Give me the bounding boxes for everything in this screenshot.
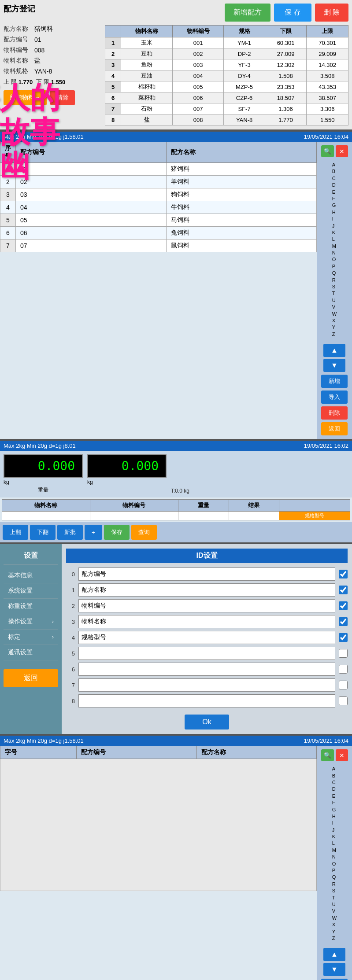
alpha-item-w[interactable]: W [332, 915, 337, 921]
return-button[interactable]: 返回 [321, 422, 348, 435]
alpha-item-e[interactable]: E [332, 189, 337, 195]
settings-weight[interactable]: 称重设置 [4, 599, 58, 614]
alpha-item-m[interactable]: M [332, 847, 337, 854]
s5-up-button[interactable]: ▲ [323, 948, 345, 961]
id-checkbox-3[interactable] [339, 617, 348, 626]
add-formula-button[interactable]: 新增配方 [225, 4, 270, 22]
id-checkbox-2[interactable] [339, 601, 348, 610]
table-row[interactable]: 5 05 马饲料 [0, 214, 317, 227]
alpha-item-k[interactable]: K [332, 229, 337, 236]
up-page-button[interactable]: 上翻 [3, 525, 28, 540]
alpha-item-j[interactable]: J [332, 827, 337, 833]
settings-system[interactable]: 系统设置 [4, 583, 58, 599]
alpha-item-v[interactable]: V [332, 304, 337, 310]
id-checkbox-8[interactable] [339, 696, 348, 705]
s5-search-button[interactable]: 🔍 [321, 749, 334, 761]
id-input-1[interactable] [78, 583, 335, 597]
alpha-item-c[interactable]: C [332, 779, 337, 786]
table-row[interactable]: 1 01 猪饲料 [0, 163, 317, 176]
alpha-item-b[interactable]: B [332, 168, 337, 175]
id-ok-button[interactable]: Ok [185, 715, 229, 729]
id-checkbox-7[interactable] [339, 681, 348, 689]
id-checkbox-6[interactable] [339, 665, 348, 674]
settings-basic-info[interactable]: 基本信息 [4, 568, 58, 583]
table-row[interactable]: 3 03 狗饲料 [0, 188, 317, 201]
alpha-item-k[interactable]: K [332, 833, 337, 840]
query-button[interactable]: 查询 [131, 525, 157, 540]
id-checkbox-5[interactable] [339, 649, 348, 658]
id-input-6[interactable] [78, 663, 335, 676]
alpha-item-e[interactable]: E [332, 793, 337, 799]
id-input-0[interactable] [78, 567, 335, 581]
down-page-button[interactable]: 下翻 [30, 525, 56, 540]
alpha-item-v[interactable]: V [332, 908, 337, 914]
alpha-item-n[interactable]: N [332, 250, 337, 256]
settings-return-button[interactable]: 返回 [4, 669, 58, 687]
alpha-item-f[interactable]: F [332, 799, 337, 806]
alpha-item-t[interactable]: T [332, 290, 337, 297]
id-input-3[interactable] [78, 615, 335, 628]
alpha-item-x[interactable]: X [332, 317, 337, 324]
table-row[interactable]: 4 04 牛饲料 [0, 201, 317, 214]
new-batch-button[interactable]: 新批 [57, 525, 83, 540]
alpha-item-j[interactable]: J [332, 223, 337, 229]
up-button[interactable]: ▲ [323, 344, 345, 357]
alpha-item-t[interactable]: T [332, 895, 337, 901]
s5-close-button[interactable]: ✕ [336, 749, 348, 761]
down-button[interactable]: ▼ [323, 359, 345, 372]
id-input-2[interactable] [78, 599, 335, 612]
alpha-item-p[interactable]: P [332, 867, 337, 874]
alpha-item-q[interactable]: Q [332, 874, 337, 881]
alpha-item-x[interactable]: X [332, 921, 337, 928]
alpha-item-f[interactable]: F [332, 195, 337, 202]
alpha-item-a[interactable]: A [332, 766, 337, 772]
alpha-item-o[interactable]: O [332, 861, 337, 867]
settings-calibration[interactable]: 标定 › [4, 630, 58, 645]
new-button[interactable]: 新增 [321, 375, 348, 388]
s5-down-button[interactable]: ▼ [323, 963, 345, 976]
close-button[interactable]: ✕ [336, 145, 348, 157]
alpha-item-s[interactable]: S [332, 888, 337, 894]
clear-button[interactable]: 清除 [50, 90, 75, 105]
delete-sidebar-button[interactable]: 删除 [321, 406, 348, 420]
alpha-item-i[interactable]: I [332, 820, 337, 826]
add-material-button[interactable]: 新增物料→ [4, 90, 47, 105]
search-button[interactable]: 🔍 [321, 145, 334, 157]
import-button[interactable]: 导入 [321, 391, 348, 404]
table-row[interactable]: 2 02 羊饲料 [0, 176, 317, 188]
alpha-item-a[interactable]: A [332, 162, 337, 168]
id-checkbox-0[interactable] [339, 570, 348, 578]
alpha-item-p[interactable]: P [332, 263, 337, 270]
table-row[interactable]: 6 06 兔饲料 [0, 227, 317, 239]
alpha-item-c[interactable]: C [332, 175, 337, 182]
id-input-5[interactable] [78, 647, 335, 660]
settings-communication[interactable]: 通讯设置 [4, 645, 58, 660]
alpha-item-q[interactable]: Q [332, 270, 337, 276]
alpha-item-l[interactable]: L [332, 840, 337, 847]
alpha-item-r[interactable]: R [332, 277, 337, 284]
id-input-7[interactable] [78, 678, 335, 692]
id-input-8[interactable] [78, 694, 335, 707]
alpha-item-g[interactable]: G [332, 807, 337, 813]
alpha-item-d[interactable]: D [332, 182, 337, 188]
alpha-item-z[interactable]: Z [332, 935, 337, 942]
alpha-item-u[interactable]: U [332, 901, 337, 908]
alpha-item-y[interactable]: Y [332, 928, 337, 935]
alpha-item-h[interactable]: H [332, 813, 337, 820]
id-checkbox-1[interactable] [339, 586, 348, 594]
table-row[interactable]: 7 07 鼠饲料 [0, 239, 317, 252]
alpha-item-w[interactable]: W [332, 311, 337, 317]
alpha-item-r[interactable]: R [332, 881, 337, 888]
alpha-item-b[interactable]: B [332, 773, 337, 779]
plus-button[interactable]: + [85, 525, 102, 540]
alpha-item-l[interactable]: L [332, 236, 337, 243]
alpha-item-u[interactable]: U [332, 297, 337, 304]
alpha-item-n[interactable]: N [332, 854, 337, 860]
id-input-4[interactable] [78, 631, 335, 644]
alpha-item-i[interactable]: I [332, 216, 337, 222]
alpha-item-o[interactable]: O [332, 256, 337, 263]
alpha-item-d[interactable]: D [332, 786, 337, 792]
weigh-save-button[interactable]: 保存 [104, 525, 130, 540]
id-checkbox-4[interactable] [339, 633, 348, 642]
alpha-item-y[interactable]: Y [332, 324, 337, 331]
